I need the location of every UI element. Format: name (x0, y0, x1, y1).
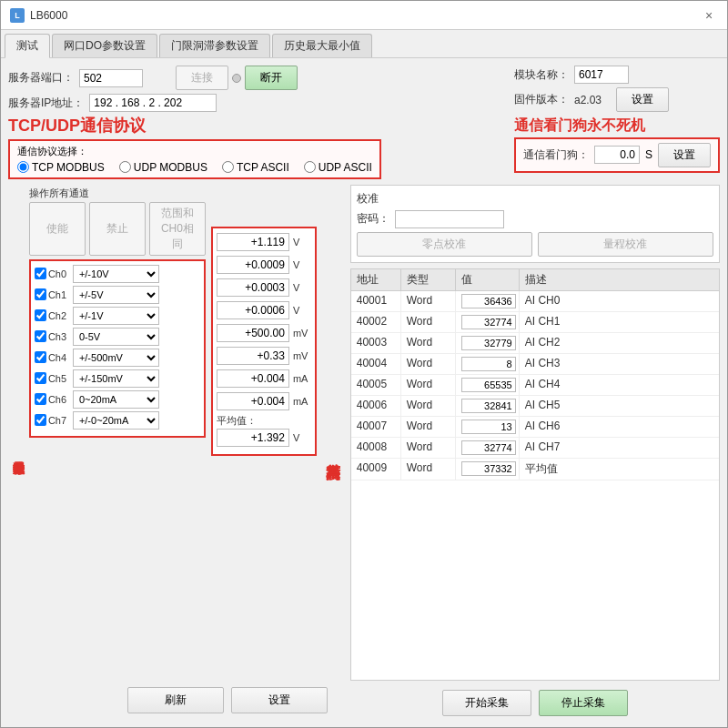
channel-range-select-2[interactable]: +/-1V (73, 307, 159, 325)
refresh-button[interactable]: 刷新 (127, 687, 224, 713)
bottom-right-buttons: 开始采集 停止采集 (350, 686, 720, 720)
set-button[interactable]: 设置 (231, 687, 328, 713)
firmware-label: 固件版本： (514, 92, 569, 107)
channel-checkbox-2[interactable]: Ch2 (35, 309, 69, 321)
channel-checkbox-3[interactable]: Ch3 (35, 330, 69, 342)
td-value (456, 375, 520, 395)
stop-collect-button[interactable]: 停止采集 (539, 690, 628, 716)
radio-udp-ascii[interactable]: UDP ASCII (304, 161, 372, 174)
channel-range-select-0[interactable]: +/-10V (73, 265, 159, 283)
server-port-row: 服务器端口： 连接 断开 (8, 66, 381, 90)
title-bar: L LB6000 × (1, 1, 727, 30)
protocol-radios: TCP MODBUS UDP MODBUS TCP ASCII UDP (17, 161, 372, 174)
value-input-6[interactable] (217, 369, 289, 388)
channel-row: Ch4 +/-500mV (35, 349, 200, 367)
cal-password-input[interactable] (395, 210, 504, 228)
td-value (456, 459, 520, 480)
channel-row: Ch7 +/-0~20mA (35, 411, 200, 430)
tab-history[interactable]: 历史最大最小值 (272, 34, 372, 57)
tab-do-settings[interactable]: 网口DO参数设置 (52, 34, 157, 57)
value-row: V (217, 232, 311, 252)
td-value-input-7[interactable] (461, 440, 516, 455)
avg-value-input[interactable] (217, 429, 289, 447)
td-value (456, 438, 520, 458)
disable-button[interactable]: 禁止 (89, 202, 146, 256)
channel-range-select-4[interactable]: +/-500mV (73, 349, 159, 367)
watchdog-input[interactable] (594, 146, 640, 164)
td-value (456, 396, 520, 416)
channel-checkbox-4[interactable]: Ch4 (35, 351, 69, 363)
channel-checkbox-0[interactable]: Ch0 (35, 268, 69, 279)
td-value-input-5[interactable] (461, 399, 516, 413)
range-cal-button[interactable]: 量程校准 (538, 232, 713, 257)
watchdog-annotation: 通信看门狗永不死机 (514, 117, 645, 134)
module-name-input[interactable] (574, 66, 629, 84)
channel-checkbox-5[interactable]: Ch5 (35, 372, 69, 384)
td-value (456, 417, 520, 437)
channel-range-select-6[interactable]: 0~20mA (73, 390, 159, 409)
zero-cal-button[interactable]: 零点校准 (357, 232, 532, 257)
value-input-2[interactable] (217, 278, 289, 297)
value-unit-2: V (293, 282, 311, 293)
channel-checkbox-6[interactable]: Ch6 (35, 393, 69, 405)
watchdog-set-button[interactable]: 设置 (658, 143, 711, 167)
watchdog-label: 通信看门狗： (523, 147, 589, 163)
td-desc: AI CH3 (520, 354, 719, 374)
disconnect-button[interactable]: 断开 (245, 66, 298, 90)
radio-tcp-modbus[interactable]: TCP MODBUS (17, 161, 105, 174)
td-value-input-4[interactable] (461, 378, 516, 392)
value-input-1[interactable] (217, 256, 289, 274)
td-value-input-3[interactable] (461, 357, 516, 371)
value-input-0[interactable] (217, 233, 289, 251)
td-type: Word (401, 375, 456, 395)
td-value-input-6[interactable] (461, 420, 516, 434)
range-ch0-button[interactable]: 范围和CH0相同 (149, 202, 206, 256)
tab-threshold[interactable]: 门限洞滞参数设置 (159, 34, 270, 57)
value-input-3[interactable] (217, 301, 289, 319)
td-value-input-2[interactable] (461, 336, 516, 350)
port-label: 服务器端口： (8, 70, 74, 86)
tab-test[interactable]: 测试 (5, 34, 50, 58)
close-button[interactable]: × (700, 6, 718, 25)
protocol-annotation: TCP/UDP通信协议 (8, 117, 146, 136)
value-input-7[interactable] (217, 392, 289, 410)
value-unit-5: mV (293, 350, 311, 361)
channel-row: Ch6 0~20mA (35, 390, 200, 409)
window-title: LB6000 (30, 9, 67, 22)
avg-unit: V (293, 432, 311, 443)
td-value-input-0[interactable] (461, 294, 516, 308)
channel-range-select-1[interactable]: +/-5V (73, 286, 159, 304)
enable-button[interactable]: 使能 (29, 202, 86, 256)
channel-row: Ch2 +/-1V (35, 307, 200, 325)
td-value-input-1[interactable] (461, 315, 516, 329)
channel-row: Ch1 +/-5V (35, 286, 200, 304)
app-icon: L (10, 8, 25, 23)
td-type: Word (401, 459, 456, 480)
cal-title: 校准 (357, 191, 713, 207)
channel-range-select-7[interactable]: +/-0~20mA (73, 411, 159, 430)
ip-input[interactable] (89, 94, 217, 112)
td-value (456, 354, 520, 374)
channel-checkbox-7[interactable]: Ch7 (35, 414, 69, 426)
td-desc: AI CH7 (520, 438, 719, 458)
channel-row: Ch0 +/-10V (35, 265, 200, 283)
value-input-4[interactable] (217, 324, 289, 342)
value-unit-6: mA (293, 373, 311, 384)
value-row: mA (217, 391, 311, 411)
port-input[interactable] (79, 69, 143, 87)
start-collect-button[interactable]: 开始采集 (442, 690, 531, 716)
channel-checkbox-1[interactable]: Ch1 (35, 288, 69, 300)
channel-range-select-3[interactable]: 0-5V (73, 328, 159, 346)
module-set-button[interactable]: 设置 (616, 87, 669, 112)
avg-label: 平均值： (217, 414, 257, 428)
connect-button[interactable]: 连接 (176, 66, 228, 90)
channel-range-select-5[interactable]: +/-150mV (73, 369, 159, 388)
td-addr: 40002 (351, 312, 401, 332)
td-value-input-8[interactable] (461, 461, 516, 476)
td-addr: 40005 (351, 375, 401, 395)
td-desc: AI CH5 (520, 396, 719, 416)
radio-tcp-ascii[interactable]: TCP ASCII (222, 161, 289, 174)
th-value: 值 (456, 269, 520, 290)
radio-udp-modbus[interactable]: UDP MODBUS (119, 161, 207, 174)
value-input-5[interactable] (217, 347, 289, 365)
